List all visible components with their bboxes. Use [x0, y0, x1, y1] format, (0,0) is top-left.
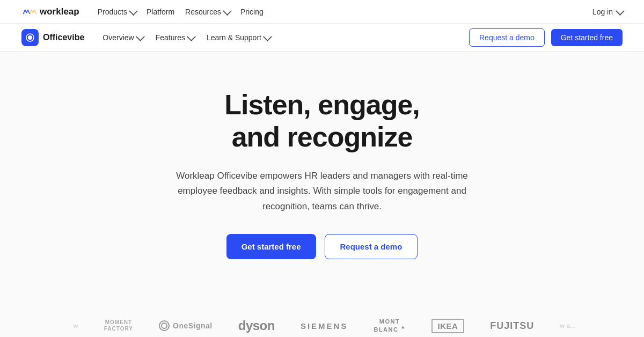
second-nav-left: Officevibe Overview Features Learn & Sup… — [21, 29, 275, 46]
second-nav-right: Request a demo Get started free — [469, 28, 623, 47]
hero-get-started-button[interactable]: Get started free — [226, 234, 316, 259]
logos-section: w MOMENTFACTORY OneSignal dyson SIEMENS … — [0, 313, 644, 337]
logo-fujitsu: FUJITSU — [490, 320, 534, 332]
logo-dyson: dyson — [238, 318, 275, 333]
login-label: Log in — [592, 8, 613, 16]
officevibe-logo[interactable]: Officevibe — [21, 29, 84, 46]
hero-title: Listen, engage, and recognize — [134, 89, 510, 153]
get-started-free-button-nav[interactable]: Get started free — [551, 29, 623, 46]
logos-row: w MOMENTFACTORY OneSignal dyson SIEMENS … — [21, 318, 623, 333]
nav-learn-support-link[interactable]: Learn & Support — [201, 30, 275, 45]
hero-section: Listen, engage, and recognize Workleap O… — [0, 52, 644, 313]
workleap-logo-text: workleap — [40, 6, 79, 17]
login-chevron-icon — [616, 6, 625, 16]
workleap-logo-icon — [21, 6, 36, 17]
logo-moment-factory: MOMENTFACTORY — [104, 319, 133, 332]
products-chevron-icon — [129, 6, 138, 16]
top-nav-left: workleap Products Platform Resources Pri… — [21, 5, 267, 18]
learn-support-chevron-icon — [263, 32, 272, 41]
request-demo-button-nav[interactable]: Request a demo — [469, 28, 545, 47]
officevibe-icon-svg — [25, 32, 35, 43]
logo-partial-right: w a... — [560, 323, 576, 329]
top-nav-links: Products Platform Resources Pricing — [94, 5, 267, 18]
workleap-logo[interactable]: workleap — [21, 6, 79, 17]
logo-ikea: IKEA — [431, 319, 465, 333]
onesignal-icon — [159, 320, 170, 331]
nav-resources-link[interactable]: Resources — [182, 5, 233, 18]
svg-point-1 — [28, 35, 32, 40]
hero-subtitle: Workleap Officevibe empowers HR leaders … — [161, 169, 483, 215]
second-navigation: Officevibe Overview Features Learn & Sup… — [0, 24, 644, 52]
nav-products-link[interactable]: Products — [94, 5, 139, 18]
features-chevron-icon — [187, 32, 196, 41]
nav-pricing-link[interactable]: Pricing — [237, 5, 267, 18]
top-navigation: workleap Products Platform Resources Pri… — [0, 0, 644, 24]
nav-features-link[interactable]: Features — [150, 30, 199, 45]
nav-overview-link[interactable]: Overview — [97, 30, 148, 45]
hero-request-demo-button[interactable]: Request a demo — [325, 234, 418, 259]
hero-buttons: Get started free Request a demo — [11, 234, 633, 259]
resources-chevron-icon — [223, 6, 232, 16]
logo-siemens: SIEMENS — [301, 321, 348, 331]
overview-chevron-icon — [136, 32, 145, 41]
officevibe-brand-name: Officevibe — [43, 33, 84, 42]
logo-montblanc: MONTBLANC ★ — [374, 318, 405, 333]
logo-partial-left: w — [74, 323, 78, 329]
top-nav-right[interactable]: Log in — [592, 8, 623, 16]
logo-onesignal: OneSignal — [159, 320, 213, 331]
nav-platform-link[interactable]: Platform — [143, 5, 178, 18]
officevibe-icon — [21, 29, 39, 46]
second-nav-links: Overview Features Learn & Support — [97, 30, 275, 45]
